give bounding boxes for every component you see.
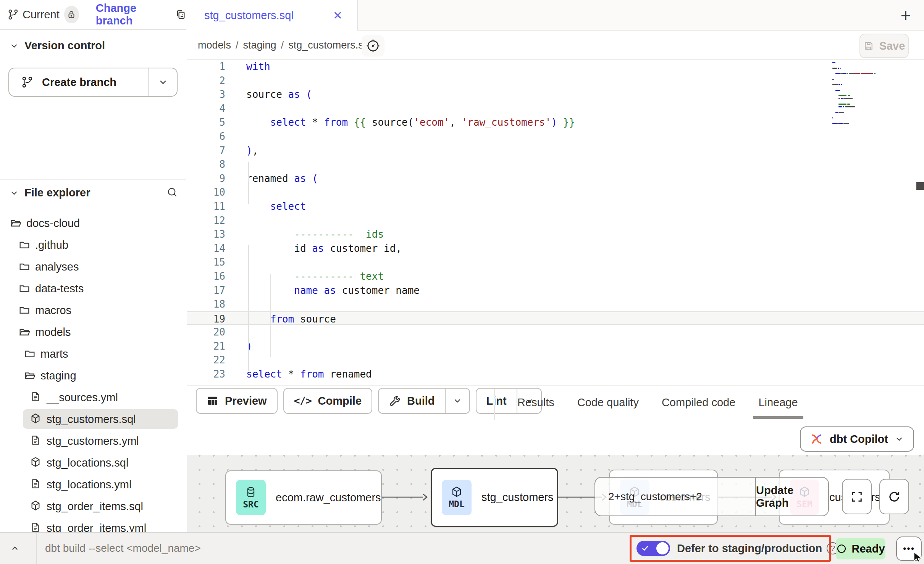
compile-button[interactable]: </>Compile [283, 388, 372, 414]
code-line-4[interactable]: 4 [187, 102, 924, 116]
tab-lineage[interactable]: Lineage [758, 396, 798, 409]
save-button[interactable]: Save [859, 34, 909, 58]
file-explorer-header[interactable]: File explorer [9, 186, 90, 199]
lineage-panel[interactable]: SRCecom.raw_customersMDLstg_customersMDL… [187, 455, 924, 532]
tab-results[interactable]: Results [517, 396, 554, 409]
dbt-logo-icon [810, 432, 824, 446]
command-input[interactable]: dbt build --select <model_name> [45, 542, 201, 554]
code-line-11[interactable]: 11 select [187, 199, 924, 214]
update-graph-button[interactable]: Update Graph [756, 478, 828, 515]
scrollbar-thumb[interactable] [916, 182, 924, 190]
code-line-17[interactable]: 17 name as customer_name [187, 284, 924, 298]
tree-item-label: stg_order_items.sql [47, 500, 143, 512]
code-line-18[interactable]: 18 [187, 297, 924, 311]
breadcrumb: models/staging/stg_customers.sql [198, 39, 372, 51]
code-line-8[interactable]: 8 [187, 157, 924, 172]
tab-code-quality[interactable]: Code quality [577, 396, 639, 409]
lineage-node-ecom-raw-customers[interactable]: SRCecom.raw_customers [225, 470, 382, 525]
tree-item-stg-locations-yml[interactable]: stg_locations.yml [0, 473, 186, 495]
code-line-21[interactable]: 21) [187, 339, 924, 353]
graph-selector: 2+stg_customers+2 Update Graph [594, 477, 829, 516]
breadcrumb-part[interactable]: stg_customers.sql [288, 39, 372, 50]
search-icon[interactable] [166, 186, 178, 198]
line-number: 20 [187, 325, 246, 339]
line-number: 1 [187, 60, 246, 74]
src-badge: SRC [236, 480, 266, 515]
save-icon [863, 41, 874, 51]
close-tab-icon[interactable]: ✕ [333, 9, 342, 22]
code-line-7[interactable]: 7), [187, 144, 924, 158]
code-line-23[interactable]: 23select * from renamed [187, 367, 924, 381]
preview-button[interactable]: Preview [196, 388, 278, 414]
create-branch-dropdown[interactable] [149, 68, 177, 96]
fullscreen-button[interactable] [842, 479, 872, 514]
tab-compiled-code[interactable]: Compiled code [662, 396, 735, 409]
dbt-copilot-button[interactable]: dbt Copilot [800, 426, 914, 452]
breadcrumb-part[interactable]: models [198, 39, 231, 50]
code-line-16[interactable]: 16 ---------- text [187, 269, 924, 284]
indent-guide [248, 162, 249, 204]
tree-item-label: stg_locations.yml [47, 478, 131, 491]
file-icon [30, 522, 41, 533]
line-number: 12 [187, 214, 246, 228]
tree-item-stg-locations-sql[interactable]: stg_locations.sql [0, 452, 186, 473]
defer-toggle[interactable] [636, 541, 670, 556]
tree-item-label: data-tests [35, 282, 84, 295]
node-label: stg_customers [481, 491, 554, 504]
tree-item-marts[interactable]: marts [0, 343, 186, 365]
tree-item-stg-customers-yml[interactable]: stg_customers.yml [0, 430, 186, 452]
code-line-13[interactable]: 13 ---------- ids [187, 227, 924, 241]
tree-item-stg-customers-sql[interactable]: stg_customers.sql [0, 408, 186, 430]
build-dropdown[interactable] [445, 389, 469, 413]
code-line-10[interactable]: 10 [187, 185, 924, 199]
code-line-1[interactable]: 1with [187, 60, 924, 74]
lineage-node-stg-customers[interactable]: MDLstg_customers [431, 468, 558, 527]
tree-item-data-tests[interactable]: data-tests [0, 277, 186, 299]
tree-item-staging[interactable]: staging [0, 365, 186, 386]
copilot-row: dbt Copilot [187, 422, 924, 455]
refresh-button[interactable] [879, 479, 909, 514]
new-tab-button[interactable]: + [894, 4, 917, 27]
status-circle-icon [836, 543, 847, 554]
tree-item-macros[interactable]: macros [0, 299, 186, 321]
navigate-compass-button[interactable] [362, 35, 384, 57]
code-line-19[interactable]: 19 from source [187, 311, 924, 326]
line-number: 19 [187, 312, 246, 325]
git-branch-icon [21, 76, 34, 88]
tree-item-label: .github [35, 238, 68, 251]
tree-item-stg-order-items-sql[interactable]: stg_order_items.sql [0, 495, 186, 517]
code-line-22[interactable]: 22 [187, 353, 924, 367]
status-bar: dbt build --select <model_name> Defer to… [0, 532, 924, 564]
tree-item-analyses[interactable]: analyses [0, 256, 186, 277]
code-line-2[interactable]: 2 [187, 74, 924, 88]
code-line-9[interactable]: 9renamed as ( [187, 172, 924, 186]
tree-item--github[interactable]: .github [0, 234, 186, 256]
build-button[interactable]: Build [378, 388, 470, 414]
tree-item-docs-cloud[interactable]: docs-cloud [0, 212, 186, 234]
graph-selector-input[interactable]: 2+stg_customers+2 [595, 478, 756, 515]
tree-item-label: stg_customers.yml [47, 434, 139, 447]
check-icon [641, 544, 649, 553]
code-editor[interactable]: 1with23source as (45 select * from {{ so… [187, 60, 924, 386]
tab-stg-customers-sql[interactable]: stg_customers.sql ✕ [187, 0, 358, 31]
code-line-12[interactable]: 12 [187, 214, 924, 228]
code-line-14[interactable]: 14 id as customer_id, [187, 241, 924, 256]
code-line-6[interactable]: 6 [187, 130, 924, 144]
tree-item--sources-yml[interactable]: __sources.yml [0, 386, 186, 408]
create-branch-button[interactable]: Create branch [8, 68, 178, 97]
file-icon [30, 478, 41, 489]
code-line-20[interactable]: 20 [187, 325, 924, 339]
code-line-15[interactable]: 15 [187, 255, 924, 269]
code-line-3[interactable]: 3source as ( [187, 88, 924, 102]
change-branch-link[interactable]: Change branch [96, 2, 164, 27]
collapse-panel-icon[interactable] [9, 543, 21, 554]
line-number: 8 [187, 157, 246, 172]
editor-minimap[interactable] [832, 62, 915, 131]
copy-icon[interactable] [175, 9, 186, 20]
code-line-5[interactable]: 5 select * from {{ source('ecom', 'raw_c… [187, 115, 924, 130]
folder-icon [18, 304, 31, 316]
chevron-down-icon [894, 434, 904, 444]
tree-item-models[interactable]: models [0, 321, 186, 343]
version-control-header[interactable]: Version control [9, 39, 105, 52]
breadcrumb-part[interactable]: staging [243, 39, 276, 50]
